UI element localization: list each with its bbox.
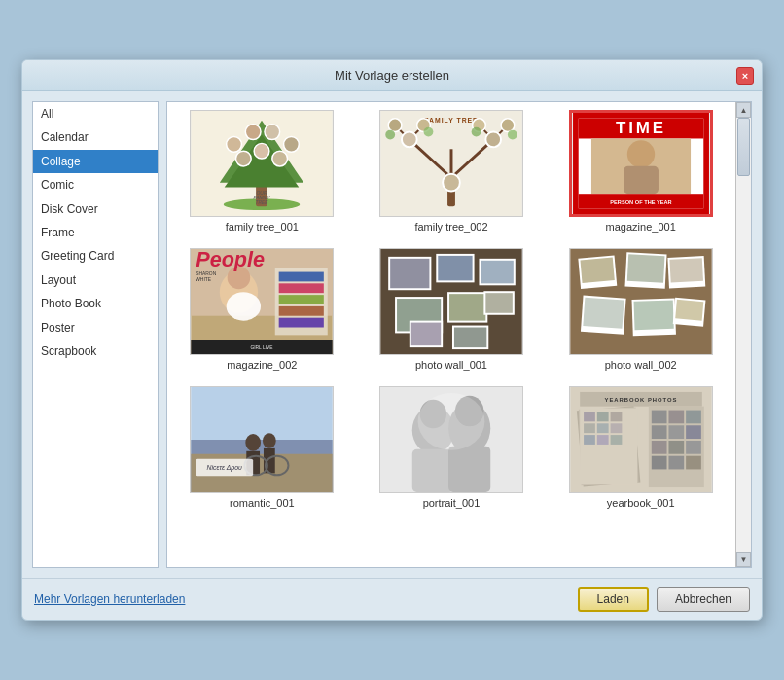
svg-rect-134 (686, 441, 701, 454)
svg-text:PERSON OF THE YEAR: PERSON OF THE YEAR (610, 199, 671, 205)
scroll-up-button[interactable]: ▲ (736, 102, 751, 118)
svg-rect-42 (624, 166, 659, 194)
svg-rect-84 (669, 258, 703, 282)
svg-point-9 (236, 151, 252, 166)
thumb-img-ft1[interactable]: OUR FAMILY TREE (190, 110, 334, 217)
svg-rect-73 (485, 293, 512, 313)
svg-rect-120 (596, 423, 608, 433)
svg-point-109 (418, 393, 485, 450)
svg-rect-77 (454, 328, 486, 348)
svg-text:SHARON: SHARON (196, 271, 217, 276)
sidebar-item-poster[interactable]: Poster (33, 316, 158, 340)
svg-point-31 (501, 119, 515, 132)
thumbnails-grid: OUR FAMILY TREE family tree_001 FAMILY T… (167, 102, 735, 567)
thumb-label-ft2: family tree_002 (414, 221, 487, 233)
sidebar-item-scrapbook[interactable]: Scrapbook (33, 340, 158, 363)
sidebar-item-frame[interactable]: Frame (33, 221, 158, 244)
svg-rect-55 (279, 318, 324, 328)
svg-point-11 (272, 151, 288, 166)
svg-point-32 (385, 130, 395, 140)
svg-rect-132 (651, 441, 666, 454)
svg-point-5 (227, 137, 242, 153)
svg-point-6 (246, 125, 262, 140)
thumb-img-pw1[interactable] (379, 248, 523, 355)
svg-rect-130 (668, 425, 684, 439)
svg-rect-136 (668, 456, 684, 470)
svg-rect-117 (596, 412, 608, 422)
svg-rect-108 (448, 447, 490, 492)
thumb-label-pw2: photo wall_002 (605, 359, 677, 371)
thumb-label-row3b: portrait_001 (423, 497, 481, 509)
template-mag1[interactable]: TIME PERSON OF THE YEAR magazine_001 (553, 110, 728, 233)
svg-rect-124 (610, 435, 622, 445)
svg-rect-137 (686, 456, 701, 470)
sidebar-item-greeting-card[interactable]: Greeting Card (33, 244, 158, 268)
sidebar-item-collage[interactable]: Collage (33, 150, 158, 173)
svg-rect-52 (279, 283, 324, 293)
sidebar-item-calendar[interactable]: Calendar (33, 125, 158, 149)
thumb-img-row3b[interactable] (379, 386, 523, 493)
svg-rect-126 (651, 411, 666, 424)
svg-rect-65 (438, 256, 472, 281)
svg-rect-80 (580, 258, 614, 283)
thumb-label-row3a: romantic_001 (230, 497, 295, 509)
svg-rect-131 (686, 425, 701, 439)
svg-point-28 (388, 119, 402, 132)
svg-rect-123 (596, 435, 608, 445)
template-pw2[interactable]: photo wall_002 (553, 248, 728, 371)
svg-rect-54 (279, 306, 324, 316)
load-button[interactable]: Laden (578, 587, 649, 612)
svg-text:WHITE: WHITE (196, 277, 212, 282)
svg-point-27 (485, 132, 501, 148)
sidebar-item-photo-book[interactable]: Photo Book (33, 292, 158, 315)
svg-rect-71 (449, 294, 485, 320)
svg-rect-129 (651, 425, 666, 439)
dialog-body: All Calendar Collage Comic Disk Cover Fr… (22, 91, 762, 578)
svg-rect-135 (651, 456, 666, 470)
svg-rect-119 (584, 423, 595, 433)
thumb-img-mag1[interactable]: TIME PERSON OF THE YEAR (569, 110, 713, 217)
template-ft1[interactable]: OUR FAMILY TREE family tree_001 (175, 110, 349, 233)
download-templates-link[interactable]: Mehr Vorlagen herunterladen (34, 592, 185, 606)
cancel-button[interactable]: Abbrechen (657, 587, 750, 612)
thumb-img-mag2[interactable]: People SHARON WHITE GIRL LIVE (190, 248, 334, 355)
sidebar-item-disk-cover[interactable]: Disk Cover (33, 197, 158, 221)
svg-rect-51 (279, 272, 324, 282)
svg-rect-67 (481, 261, 513, 284)
template-ft2[interactable]: FAMILY TREE (365, 110, 539, 233)
svg-point-33 (424, 127, 434, 137)
thumb-img-ft2[interactable]: FAMILY TREE (379, 110, 523, 217)
template-row3a[interactable]: Nicετε Δρου romantic_001 (175, 386, 349, 509)
svg-text:YEARBOOK PHOTOS: YEARBOOK PHOTOS (604, 397, 677, 403)
close-button[interactable]: × (736, 67, 754, 85)
sidebar-item-layout[interactable]: Layout (33, 268, 158, 292)
svg-rect-90 (675, 300, 703, 321)
scroll-down-button[interactable]: ▼ (736, 552, 751, 567)
svg-point-34 (472, 127, 481, 137)
thumb-img-pw2[interactable] (569, 248, 713, 355)
svg-rect-118 (610, 412, 622, 422)
template-pw1[interactable]: photo wall_001 (365, 248, 539, 371)
svg-rect-121 (610, 423, 622, 433)
template-row3b[interactable]: portrait_001 (365, 386, 539, 509)
svg-rect-88 (633, 300, 673, 330)
svg-point-8 (284, 137, 300, 153)
thumb-label-pw1: photo wall_001 (415, 359, 487, 371)
template-row3c[interactable]: YEARBOOK PHOTOS (553, 386, 728, 509)
svg-point-49 (227, 292, 261, 320)
thumb-label-mag1: magazine_001 (606, 221, 676, 233)
svg-point-35 (508, 130, 517, 140)
template-mag2[interactable]: People SHARON WHITE GIRL LIVE magazine_0… (175, 248, 349, 371)
thumb-img-row3c[interactable]: YEARBOOK PHOTOS (569, 386, 713, 493)
scroll-track[interactable] (736, 118, 751, 552)
sidebar-item-all[interactable]: All (33, 102, 158, 125)
thumb-img-row3a[interactable]: Nicετε Δρου (190, 386, 334, 493)
content-area: OUR FAMILY TREE family tree_001 FAMILY T… (166, 101, 752, 568)
sidebar-item-comic[interactable]: Comic (33, 173, 158, 197)
scrollbar[interactable]: ▲ ▼ (735, 102, 751, 567)
svg-rect-53 (279, 295, 324, 304)
thumb-label-mag2: magazine_002 (227, 359, 297, 371)
scroll-thumb[interactable] (737, 118, 750, 176)
svg-rect-133 (668, 441, 684, 454)
svg-rect-116 (584, 412, 595, 422)
